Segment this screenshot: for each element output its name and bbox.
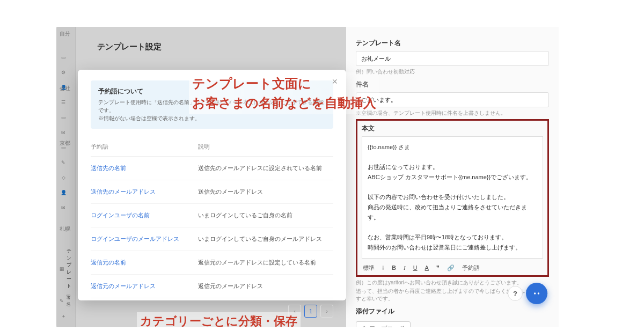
reserved-desc: いまログインしているご自身の名前 xyxy=(198,211,292,219)
reserved-desc: いまログインしているご自身のメールアドレス xyxy=(198,235,322,243)
tb-quote-icon[interactable]: ❞ xyxy=(436,264,440,271)
subject-hint: ※空欄の場合、テンプレート使用時に件名を上書きしません。 xyxy=(356,109,549,117)
tb-size-icon[interactable]: ⁞ xyxy=(382,264,384,271)
annotation-line2: お客さまの名前などを自動挿入 xyxy=(192,95,376,110)
name-label: テンプレート名 xyxy=(356,39,549,48)
reserved-table: 予約語 説明 送信先の名前送信先のメールアドレスに設定されている名前 送信先のメ… xyxy=(91,137,333,298)
table-row: 送信先のメールアドレス送信先のメールアドレス xyxy=(91,180,333,204)
reserved-desc: 送信先のメールアドレス xyxy=(198,188,263,196)
reserved-link[interactable]: 送信先の名前 xyxy=(91,164,198,172)
reserved-link[interactable]: 送信先のメールアドレス xyxy=(91,188,198,196)
body-label: 本文 xyxy=(357,124,547,133)
reserved-link[interactable]: ログインユーザの名前 xyxy=(91,211,198,219)
chat-button[interactable] xyxy=(526,283,547,304)
reserved-desc: 返信元のメールアドレス xyxy=(198,282,263,290)
th-name: 予約語 xyxy=(91,143,198,151)
help-button[interactable]: ? xyxy=(508,286,523,301)
tb-bold[interactable]: B xyxy=(392,264,396,271)
pager-next[interactable]: › xyxy=(320,305,333,318)
annotation-line1: テンプレート文面に xyxy=(192,76,311,91)
annotation-category: カテゴリーごとに分類・保存 xyxy=(137,312,301,330)
th-desc: 説明 xyxy=(198,143,210,151)
info-line2: ※情報がない場合は空欄で表示されます。 xyxy=(98,114,326,122)
body-hint1: 例）この度はyaritoriへお問い合わせ頂き誠にありがとうございます。 xyxy=(356,279,549,286)
annotation-body: テンプレート文面に お客さまの名前などを自動挿入 xyxy=(189,72,379,114)
reserved-desc: 送信先のメールアドレスに設定されている名前 xyxy=(198,164,322,172)
pager-page[interactable]: 1 xyxy=(304,305,317,318)
tb-link-icon[interactable]: 🔗 xyxy=(447,264,455,271)
attach-label: 添付ファイル xyxy=(356,307,549,316)
table-row: ログインユーザのメールアドレスいまログインしているご自身のメールアドレス xyxy=(91,227,333,251)
reserved-desc: 返信元のメールアドレスに設定している名前 xyxy=(198,259,316,267)
body-highlight: 本文 {{to.name}} さま お世話になっております。 ABCショップ カ… xyxy=(356,119,549,277)
body-textarea[interactable]: {{to.name}} さま お世話になっております。 ABCショップ カスタマ… xyxy=(362,136,543,259)
svg-point-0 xyxy=(534,292,536,294)
editor-toolbar: 標準 ⁞ B I U A ❞ 🔗 予約語 xyxy=(357,262,547,274)
subject-label: 件名 xyxy=(356,80,549,89)
tb-reserved[interactable]: 予約語 xyxy=(462,264,480,272)
table-row: ログインユーザの名前いまログインしているご自身の名前 xyxy=(91,204,333,227)
tb-color[interactable]: A xyxy=(425,264,429,271)
table-row: 送信先の名前送信先のメールアドレスに設定されている名前 xyxy=(91,157,333,180)
table-row: 返信元の名前返信元のメールアドレスに設定している名前 xyxy=(91,251,333,275)
tb-underline[interactable]: U xyxy=(413,264,418,271)
table-row: 返信元のメールアドレス返信元のメールアドレス xyxy=(91,275,333,298)
name-input[interactable] xyxy=(356,51,549,66)
reserved-link[interactable]: 返信元のメールアドレス xyxy=(91,282,198,290)
template-form: テンプレート名 例）問い合わせ初動対応 件名 ※空欄の場合、テンプレート使用時に… xyxy=(346,27,559,327)
reserved-link[interactable]: ログインユーザのメールアドレス xyxy=(91,235,198,243)
upload-icon: ⇧ xyxy=(362,325,367,327)
upload-label: アップロード xyxy=(369,325,405,327)
tb-normal[interactable]: 標準 xyxy=(363,264,375,272)
name-hint: 例）問い合わせ初動対応 xyxy=(356,68,549,76)
svg-point-1 xyxy=(538,292,539,294)
upload-button[interactable]: ⇧アップロード xyxy=(356,321,411,327)
chat-icon xyxy=(531,288,542,299)
reserved-link[interactable]: 返信元の名前 xyxy=(91,259,198,267)
tb-italic[interactable]: I xyxy=(404,264,406,271)
subject-input[interactable] xyxy=(356,92,549,107)
